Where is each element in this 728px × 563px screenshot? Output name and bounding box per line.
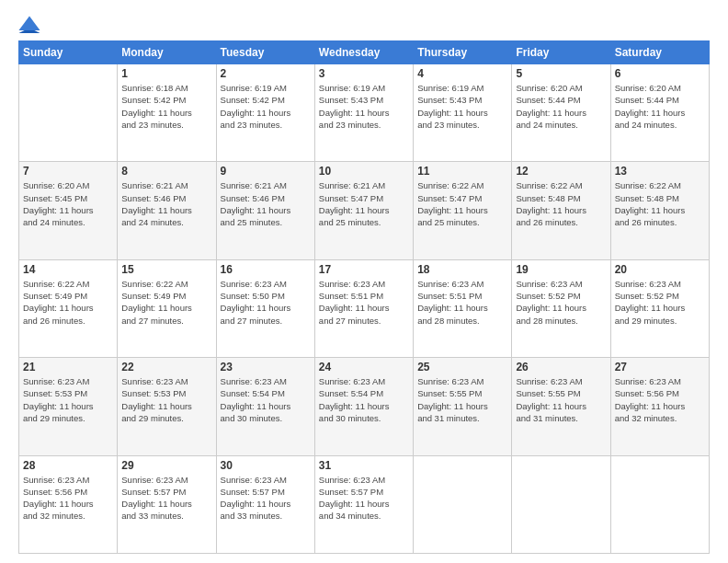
week-row-4: 21Sunrise: 6:23 AM Sunset: 5:53 PM Dayli… (19, 358, 710, 455)
day-number: 29 (121, 459, 211, 472)
day-info: Sunrise: 6:23 AM Sunset: 5:54 PM Dayligh… (319, 375, 409, 424)
day-info: Sunrise: 6:21 AM Sunset: 5:46 PM Dayligh… (221, 179, 311, 228)
week-row-5: 28Sunrise: 6:23 AM Sunset: 5:56 PM Dayli… (19, 455, 710, 553)
day-number: 8 (121, 165, 211, 178)
day-number: 6 (615, 67, 705, 80)
calendar-cell: 30Sunrise: 6:23 AM Sunset: 5:57 PM Dayli… (216, 455, 314, 553)
calendar-cell: 25Sunrise: 6:23 AM Sunset: 5:55 PM Dayli… (414, 358, 512, 455)
day-info: Sunrise: 6:23 AM Sunset: 5:53 PM Dayligh… (23, 375, 113, 424)
day-info: Sunrise: 6:20 AM Sunset: 5:44 PM Dayligh… (615, 82, 705, 131)
day-number: 2 (221, 67, 311, 80)
day-info: Sunrise: 6:23 AM Sunset: 5:56 PM Dayligh… (615, 375, 705, 424)
calendar-page: SundayMondayTuesdayWednesdayThursdayFrid… (0, 0, 728, 563)
logo-icon (18, 15, 40, 33)
day-info: Sunrise: 6:23 AM Sunset: 5:51 PM Dayligh… (417, 278, 507, 327)
calendar-cell (512, 455, 610, 553)
day-info: Sunrise: 6:22 AM Sunset: 5:49 PM Dayligh… (121, 278, 211, 327)
calendar-cell: 17Sunrise: 6:23 AM Sunset: 5:51 PM Dayli… (314, 259, 413, 357)
day-number: 5 (516, 67, 606, 80)
calendar-cell: 6Sunrise: 6:20 AM Sunset: 5:44 PM Daylig… (610, 64, 709, 162)
day-number: 1 (121, 67, 211, 80)
calendar-cell: 5Sunrise: 6:20 AM Sunset: 5:44 PM Daylig… (512, 64, 610, 162)
day-number: 12 (516, 165, 606, 178)
calendar-cell: 7Sunrise: 6:20 AM Sunset: 5:45 PM Daylig… (19, 162, 118, 259)
day-info: Sunrise: 6:23 AM Sunset: 5:56 PM Dayligh… (23, 474, 113, 523)
day-info: Sunrise: 6:23 AM Sunset: 5:57 PM Dayligh… (319, 474, 409, 523)
day-number: 10 (319, 165, 409, 178)
calendar-cell: 13Sunrise: 6:22 AM Sunset: 5:48 PM Dayli… (610, 162, 709, 259)
calendar-cell: 15Sunrise: 6:22 AM Sunset: 5:49 PM Dayli… (118, 259, 216, 357)
day-info: Sunrise: 6:19 AM Sunset: 5:43 PM Dayligh… (319, 82, 409, 131)
weekday-header-friday: Friday (512, 41, 610, 64)
weekday-header-sunday: Sunday (19, 41, 118, 64)
day-info: Sunrise: 6:23 AM Sunset: 5:52 PM Dayligh… (516, 278, 606, 327)
day-number: 22 (121, 361, 211, 373)
calendar-cell: 10Sunrise: 6:21 AM Sunset: 5:47 PM Dayli… (314, 162, 413, 259)
calendar-cell (610, 455, 709, 553)
svg-marker-1 (18, 30, 40, 33)
day-info: Sunrise: 6:22 AM Sunset: 5:48 PM Dayligh… (615, 179, 705, 228)
day-info: Sunrise: 6:20 AM Sunset: 5:44 PM Dayligh… (516, 82, 606, 131)
day-number: 21 (23, 361, 113, 373)
day-number: 27 (615, 361, 705, 373)
day-info: Sunrise: 6:23 AM Sunset: 5:57 PM Dayligh… (221, 474, 311, 523)
day-number: 15 (121, 263, 211, 276)
calendar-cell: 21Sunrise: 6:23 AM Sunset: 5:53 PM Dayli… (19, 358, 118, 455)
day-number: 19 (516, 263, 606, 276)
calendar-cell: 20Sunrise: 6:23 AM Sunset: 5:52 PM Dayli… (610, 259, 709, 357)
day-number: 17 (319, 263, 409, 276)
weekday-header-wednesday: Wednesday (314, 41, 413, 64)
calendar-cell: 9Sunrise: 6:21 AM Sunset: 5:46 PM Daylig… (216, 162, 314, 259)
day-number: 26 (516, 361, 606, 373)
calendar-cell: 18Sunrise: 6:23 AM Sunset: 5:51 PM Dayli… (414, 259, 512, 357)
day-number: 31 (319, 459, 409, 472)
day-info: Sunrise: 6:21 AM Sunset: 5:46 PM Dayligh… (121, 179, 211, 228)
day-number: 28 (23, 459, 113, 472)
day-info: Sunrise: 6:23 AM Sunset: 5:57 PM Dayligh… (121, 474, 211, 523)
weekday-header-tuesday: Tuesday (216, 41, 314, 64)
day-info: Sunrise: 6:22 AM Sunset: 5:48 PM Dayligh… (516, 179, 606, 228)
calendar-cell: 22Sunrise: 6:23 AM Sunset: 5:53 PM Dayli… (118, 358, 216, 455)
calendar-cell: 12Sunrise: 6:22 AM Sunset: 5:48 PM Dayli… (512, 162, 610, 259)
calendar-table: SundayMondayTuesdayWednesdayThursdayFrid… (18, 40, 710, 554)
calendar-cell (414, 455, 512, 553)
day-number: 14 (23, 263, 113, 276)
header-row: SundayMondayTuesdayWednesdayThursdayFrid… (19, 41, 710, 64)
calendar-cell: 1Sunrise: 6:18 AM Sunset: 5:42 PM Daylig… (118, 64, 216, 162)
svg-marker-0 (18, 17, 40, 30)
calendar-cell: 24Sunrise: 6:23 AM Sunset: 5:54 PM Dayli… (314, 358, 413, 455)
day-info: Sunrise: 6:20 AM Sunset: 5:45 PM Dayligh… (23, 179, 113, 228)
calendar-cell (19, 64, 118, 162)
calendar-cell: 23Sunrise: 6:23 AM Sunset: 5:54 PM Dayli… (216, 358, 314, 455)
day-number: 3 (319, 67, 409, 80)
calendar-cell: 28Sunrise: 6:23 AM Sunset: 5:56 PM Dayli… (19, 455, 118, 553)
calendar-cell: 29Sunrise: 6:23 AM Sunset: 5:57 PM Dayli… (118, 455, 216, 553)
calendar-cell: 27Sunrise: 6:23 AM Sunset: 5:56 PM Dayli… (610, 358, 709, 455)
week-row-1: 1Sunrise: 6:18 AM Sunset: 5:42 PM Daylig… (19, 64, 710, 162)
calendar-cell: 16Sunrise: 6:23 AM Sunset: 5:50 PM Dayli… (216, 259, 314, 357)
calendar-cell: 19Sunrise: 6:23 AM Sunset: 5:52 PM Dayli… (512, 259, 610, 357)
weekday-header-saturday: Saturday (610, 41, 709, 64)
day-number: 23 (221, 361, 311, 373)
weekday-header-monday: Monday (118, 41, 216, 64)
day-number: 18 (417, 263, 507, 276)
weekday-header-thursday: Thursday (414, 41, 512, 64)
day-info: Sunrise: 6:23 AM Sunset: 5:52 PM Dayligh… (615, 278, 705, 327)
day-info: Sunrise: 6:21 AM Sunset: 5:47 PM Dayligh… (319, 179, 409, 228)
day-info: Sunrise: 6:23 AM Sunset: 5:51 PM Dayligh… (319, 278, 409, 327)
day-number: 7 (23, 165, 113, 178)
day-info: Sunrise: 6:23 AM Sunset: 5:53 PM Dayligh… (121, 375, 211, 424)
header (18, 15, 710, 33)
calendar-cell: 11Sunrise: 6:22 AM Sunset: 5:47 PM Dayli… (414, 162, 512, 259)
day-number: 16 (221, 263, 311, 276)
day-info: Sunrise: 6:22 AM Sunset: 5:47 PM Dayligh… (417, 179, 507, 228)
day-number: 11 (417, 165, 507, 178)
day-info: Sunrise: 6:23 AM Sunset: 5:55 PM Dayligh… (516, 375, 606, 424)
day-info: Sunrise: 6:19 AM Sunset: 5:42 PM Dayligh… (221, 82, 311, 131)
day-info: Sunrise: 6:22 AM Sunset: 5:49 PM Dayligh… (23, 278, 113, 327)
day-info: Sunrise: 6:18 AM Sunset: 5:42 PM Dayligh… (121, 82, 211, 131)
day-info: Sunrise: 6:23 AM Sunset: 5:54 PM Dayligh… (221, 375, 311, 424)
day-number: 25 (417, 361, 507, 373)
day-number: 24 (319, 361, 409, 373)
day-number: 30 (221, 459, 311, 472)
